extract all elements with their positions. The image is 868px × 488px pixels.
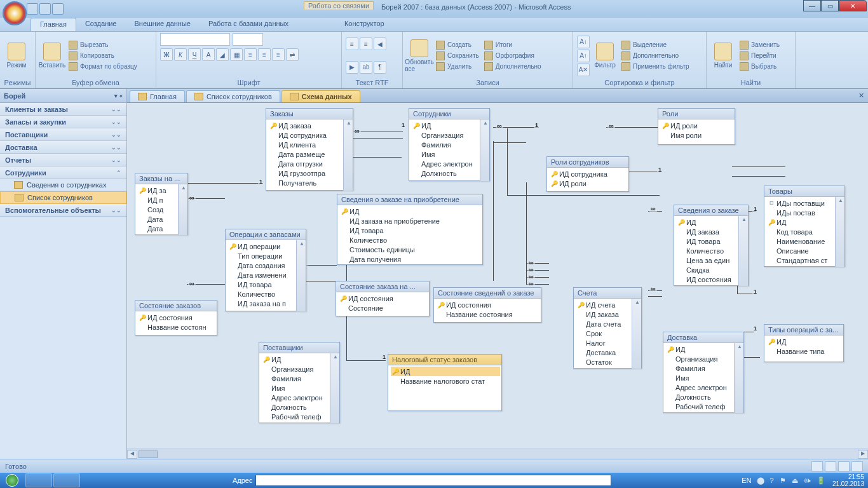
field[interactable]: •Дата	[138, 224, 186, 233]
field[interactable]: •ИД клиента	[269, 140, 351, 149]
indent-inc-button[interactable]: ▶	[346, 61, 358, 74]
view-button[interactable]: Режим	[4, 41, 29, 70]
lang-indicator[interactable]: EN	[742, 477, 751, 484]
field[interactable]: 🔑ИД операции	[228, 241, 304, 251]
table-sved_priobr[interactable]: Сведения о заказе на приобретение🔑ИД•ИД …	[337, 194, 483, 265]
field[interactable]: 🔑ИД за	[138, 186, 186, 195]
field[interactable]: •Срок	[576, 329, 640, 338]
nav-group-2[interactable]: Поставщики⌄⌄	[0, 128, 126, 141]
field[interactable]: 🔑ИД	[412, 121, 488, 130]
font-size-box[interactable]	[233, 33, 263, 46]
field[interactable]: •Описание	[767, 246, 843, 255]
field[interactable]: •Код товара	[767, 227, 843, 236]
field[interactable]: 🔑ИД	[767, 337, 842, 346]
scroll-right-icon[interactable]: ▶	[858, 450, 868, 459]
office-button[interactable]	[3, 1, 27, 25]
navpane-header[interactable]: Борей▾ «	[0, 89, 126, 103]
table-header[interactable]: Доставка	[663, 332, 743, 343]
table-sost_sved[interactable]: Состояние сведений о заказе🔑ИД состояния…	[433, 287, 541, 323]
grid-button[interactable]: ▦	[230, 48, 243, 61]
field[interactable]: •ИДы постав	[767, 208, 843, 217]
nav-group-3[interactable]: Доставка⌄⌄	[0, 141, 126, 154]
horizontal-scrollbar[interactable]: ◀ ▶	[127, 449, 868, 459]
clear-sort-button[interactable]: A✕	[577, 64, 590, 76]
table-roli_sotr[interactable]: Роли сотрудников🔑ИД сотрудника🔑ИД роли	[546, 156, 629, 192]
field[interactable]: •Адрес электрон	[262, 393, 338, 402]
field[interactable]: •Организация	[666, 354, 742, 363]
field[interactable]: 🔑ИД	[767, 217, 843, 227]
field[interactable]: •Должность	[666, 392, 742, 402]
table-header[interactable]: Роли сотрудников	[547, 157, 628, 168]
table-header[interactable]: Сведения о заказе на приобретение	[337, 194, 482, 205]
field[interactable]: •Фамилия	[666, 363, 742, 373]
totals-button[interactable]: Итоги	[483, 40, 543, 50]
field[interactable]: •Название типа	[767, 346, 842, 356]
table-header[interactable]: Налоговый статус заказов	[388, 355, 501, 365]
sort-desc-button[interactable]: A↑	[577, 50, 590, 62]
align-center-button[interactable]: ≡	[258, 48, 271, 61]
table-oper_zap[interactable]: Операции с запасами🔑ИД операции•Тип опер…	[225, 229, 306, 311]
table-zakazy[interactable]: Заказы🔑ИД заказа•ИД сотрудника•ИД клиент…	[266, 108, 353, 191]
field[interactable]: •ИД сотрудника	[269, 130, 351, 140]
field[interactable]: •Созд	[138, 205, 186, 214]
table-header[interactable]: Состояние сведений о заказе	[434, 288, 541, 299]
table-dostavka[interactable]: Доставка🔑ИД•Организация•Фамилия•Имя•Адре…	[663, 332, 744, 413]
numlist-button[interactable]: ≡	[360, 37, 372, 50]
align-left-button[interactable]: ≡	[244, 48, 257, 61]
table-sost_zak[interactable]: Состояние заказов🔑ИД состояния•Название …	[135, 300, 217, 336]
field[interactable]: •Фамилия	[412, 140, 488, 149]
advanced-filter-button[interactable]: Дополнительно	[620, 51, 691, 61]
table-sotrudniki[interactable]: Сотрудники🔑ИД•Организация•Фамилия•Имя•Ад…	[409, 108, 490, 181]
nav-item[interactable]: Список сотрудников	[0, 191, 126, 204]
field[interactable]: •Налог	[576, 338, 640, 348]
field[interactable]: •ИД грузоотпра	[269, 168, 351, 178]
table-tovary[interactable]: Товары⊟ИДы поставщи•ИДы постав🔑ИД•Код то…	[764, 186, 845, 267]
field[interactable]: •Имя	[666, 373, 742, 383]
table-roli[interactable]: Роли🔑ИД роли•Имя роли	[658, 108, 735, 145]
nav-group-4[interactable]: Отчеты⌄⌄	[0, 154, 126, 166]
table-scheta[interactable]: Счета🔑ИД счета•ИД заказа•Дата счета•Срок…	[573, 287, 642, 369]
nav-group-6[interactable]: Вспомогательные объекты⌄⌄	[0, 204, 126, 217]
field[interactable]: •ИД п	[138, 195, 186, 205]
field[interactable]: •Имя роли	[661, 130, 733, 140]
close-button[interactable]: ✕	[839, 0, 867, 11]
field[interactable]: •Дата создания	[228, 261, 304, 270]
find-button[interactable]: Найти	[710, 41, 736, 70]
table-tipy_oper[interactable]: Типы операций с за...🔑ИД•Название типа	[764, 324, 844, 362]
qat-undo-icon[interactable]	[39, 3, 51, 15]
replace-button[interactable]: Заменить	[738, 40, 781, 50]
relationships-canvas[interactable]: 1 ∞ 1 ∞ 1 ∞ ∞ 1 ∞ ∞ ∞ ∞ 1 1 1 ∞ ∞ ∞ ∞ 1 …	[127, 103, 868, 459]
rtf-button[interactable]: ¶	[374, 61, 386, 74]
field[interactable]: ⊟ИДы поставщи	[767, 198, 843, 208]
qat-save-icon[interactable]	[27, 3, 38, 15]
align-right-button[interactable]: ≡	[272, 48, 285, 61]
goto-button[interactable]: Перейти	[738, 51, 781, 61]
field[interactable]: •Название состояния	[437, 309, 539, 319]
table-header[interactable]: Роли	[658, 109, 735, 119]
field[interactable]: •ИД заказа	[576, 309, 640, 319]
list-button[interactable]: ≡	[346, 37, 358, 50]
field[interactable]: •Получатель	[269, 178, 351, 187]
table-header[interactable]: Товары	[764, 186, 844, 197]
field[interactable]: 🔑ИД состояния	[138, 313, 215, 322]
field[interactable]: •Название налогового стат	[391, 376, 500, 386]
sort-asc-button[interactable]: A↓	[577, 36, 590, 48]
field[interactable]: •Название состоян	[138, 322, 215, 332]
table-header[interactable]: Сведения о заказе	[674, 205, 748, 216]
chevron-left-icon[interactable]: ▾ «	[114, 93, 123, 99]
selection-filter-button[interactable]: Выделение	[620, 40, 691, 50]
table-sved_zak[interactable]: Сведения о заказе🔑ИД•ИД заказа•ИД товара…	[674, 205, 749, 286]
paste-button[interactable]: Вставить	[39, 41, 65, 70]
field[interactable]: •Количество	[677, 246, 747, 255]
field[interactable]: •Должность	[262, 402, 338, 412]
indent-dec-button[interactable]: ◀	[374, 37, 386, 50]
field[interactable]: •ИД заказа	[677, 227, 747, 236]
tab-design[interactable]: Конструктор	[336, 18, 393, 31]
start-button[interactable]	[0, 473, 24, 488]
table-postavshiki[interactable]: Поставщики🔑ИД•Организация•Фамилия•Имя•Ад…	[259, 342, 340, 423]
field[interactable]: 🔑ИД счета	[576, 300, 640, 309]
save-record-button[interactable]: Сохранить	[435, 51, 480, 61]
doc-tab-schema[interactable]: Схема данных	[281, 90, 360, 102]
table-header[interactable]: Операции с запасами	[226, 229, 306, 240]
field[interactable]: •Адрес электрон	[412, 159, 488, 168]
